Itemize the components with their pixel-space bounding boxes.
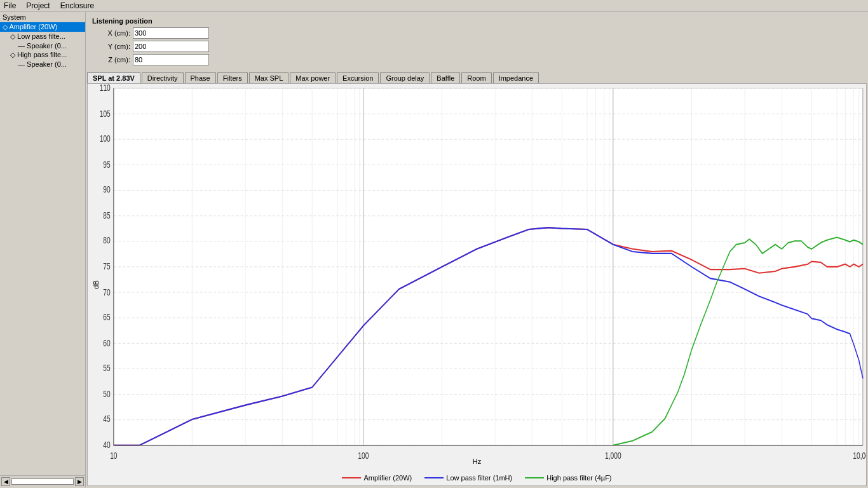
tree-icon-lowpass: ◇ [10, 32, 17, 40]
tab-room[interactable]: Room [461, 72, 491, 84]
tree-item-speaker1[interactable]: — Speaker (0... [0, 41, 85, 50]
tree-icon-speaker2: — [18, 60, 27, 68]
svg-text:10,000: 10,000 [853, 451, 866, 461]
chart-svg: 110 105 100 95 90 85 80 75 70 65 [88, 84, 866, 485]
menubar: File Project Enclosure [0, 0, 868, 12]
legend-amplifier: Amplifier (20W) [342, 474, 412, 482]
main-layout: System ◇ Amplifier (20W) ◇ Low pass filt… [0, 12, 868, 487]
tree-item-speaker2[interactable]: — Speaker (0... [0, 60, 85, 69]
left-panel: System ◇ Amplifier (20W) ◇ Low pass filt… [0, 12, 86, 487]
svg-text:45: 45 [103, 414, 110, 424]
field-row-z: Z (cm): [92, 54, 862, 65]
svg-text:110: 110 [100, 84, 111, 93]
listening-position-title: Listening position [92, 17, 862, 25]
chart-legend: Amplifier (20W) Low pass filter (1mH) Hi… [88, 474, 866, 482]
svg-text:80: 80 [103, 236, 110, 246]
svg-text:10: 10 [110, 451, 117, 461]
legend-highpass: High pass filter (4µF) [525, 474, 611, 482]
field-input-x[interactable] [133, 27, 209, 39]
tabs-container: SPL at 2.83V Directivity Phase Filters M… [86, 72, 868, 83]
top-config: Listening position X (cm): Y (cm): Z (cm… [86, 12, 868, 72]
legend-label-highpass: High pass filter (4µF) [546, 474, 611, 482]
legend-line-highpass [525, 477, 544, 478]
system-label: System [0, 12, 85, 22]
menu-enclosure[interactable]: Enclosure [59, 1, 95, 10]
tree-icon-highpass: ◇ [10, 51, 17, 58]
svg-text:90: 90 [103, 185, 110, 195]
field-label-y: Y (cm): [92, 43, 130, 50]
left-scrollbar: ◀ ▶ [0, 475, 85, 487]
svg-text:95: 95 [103, 159, 110, 170]
tab-spl[interactable]: SPL at 2.83V [87, 72, 140, 84]
legend-label-amplifier: Amplifier (20W) [363, 474, 412, 482]
svg-text:65: 65 [103, 313, 110, 323]
svg-text:50: 50 [103, 389, 110, 399]
menu-file[interactable]: File [3, 1, 17, 10]
svg-text:1,000: 1,000 [605, 451, 621, 461]
tab-filters[interactable]: Filters [217, 72, 248, 84]
scroll-track[interactable] [11, 478, 74, 485]
tab-maxpower[interactable]: Max power [290, 72, 336, 84]
field-row-y: Y (cm): [92, 41, 862, 52]
tab-excursion[interactable]: Excursion [337, 72, 379, 84]
chart-area: dB Hz 110 105 100 95 90 85 [87, 83, 867, 486]
field-row-x: X (cm): [92, 27, 862, 39]
legend-line-lowpass [424, 477, 444, 478]
tab-impedance[interactable]: Impedance [493, 72, 539, 84]
svg-text:70: 70 [103, 287, 110, 297]
tab-groupdelay[interactable]: Group delay [380, 72, 430, 84]
svg-text:85: 85 [103, 210, 110, 220]
tab-maxspl[interactable]: Max SPL [249, 72, 289, 84]
legend-line-amplifier [342, 477, 361, 478]
field-label-x: X (cm): [92, 29, 130, 37]
svg-text:75: 75 [103, 262, 110, 272]
svg-text:100: 100 [100, 134, 111, 144]
tab-directivity[interactable]: Directivity [142, 72, 184, 84]
svg-text:105: 105 [100, 109, 111, 119]
tab-phase[interactable]: Phase [185, 72, 216, 84]
svg-text:40: 40 [103, 440, 110, 450]
tab-baffle[interactable]: Baffle [431, 72, 460, 84]
tree-item-amplifier[interactable]: ◇ Amplifier (20W) [0, 22, 85, 32]
tree-icon-speaker1: — [18, 42, 27, 50]
tree-item-lowpass[interactable]: ◇ Low pass filte... [0, 32, 85, 41]
tree-item-highpass[interactable]: ◇ High pass filte... [0, 50, 85, 60]
legend-label-lowpass: Low pass filter (1mH) [446, 474, 512, 482]
field-input-y[interactable] [133, 41, 209, 52]
field-label-z: Z (cm): [92, 56, 130, 64]
field-input-z[interactable] [133, 54, 209, 65]
scroll-left-btn[interactable]: ◀ [1, 477, 10, 486]
right-panel: Listening position X (cm): Y (cm): Z (cm… [86, 12, 868, 487]
svg-text:60: 60 [103, 338, 110, 348]
svg-text:100: 100 [358, 451, 369, 461]
legend-lowpass: Low pass filter (1mH) [424, 474, 512, 482]
menu-project[interactable]: Project [25, 1, 51, 10]
tree-icon-amplifier: ◇ [3, 23, 9, 30]
scroll-right-btn[interactable]: ▶ [75, 477, 84, 486]
svg-text:55: 55 [103, 363, 110, 374]
